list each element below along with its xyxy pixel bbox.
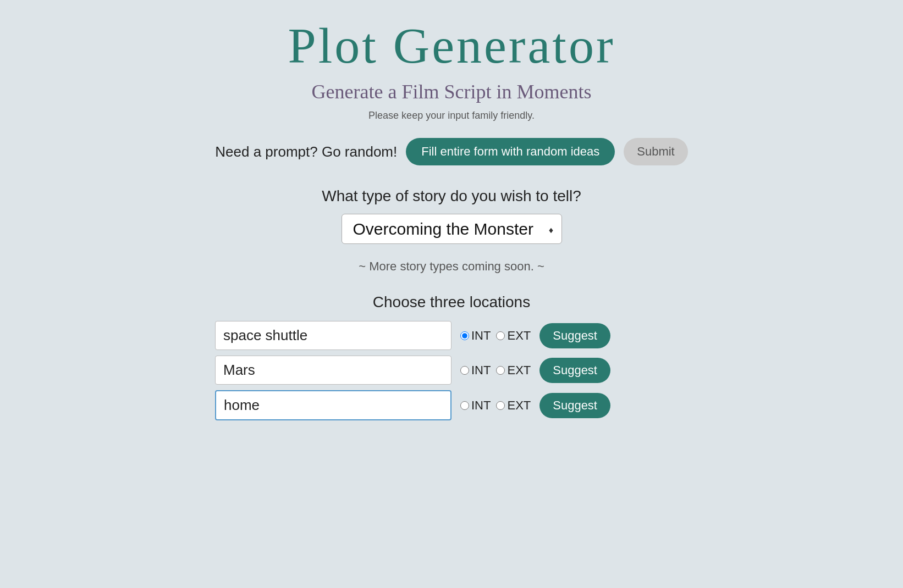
location-row: INT EXT Suggest — [215, 356, 688, 385]
coming-soon-text: ~ More story types coming soon. ~ — [359, 259, 544, 274]
ext-radio-3[interactable] — [496, 401, 505, 410]
ext-text-3: EXT — [507, 398, 531, 413]
page-subtitle: Generate a Film Script in Moments — [312, 80, 592, 103]
family-friendly-note: Please keep your input family friendly. — [368, 110, 535, 121]
int-text-1: INT — [471, 329, 491, 343]
location-row: INT EXT Suggest — [215, 390, 688, 420]
ext-label-2[interactable]: EXT — [496, 363, 531, 378]
story-type-select-wrapper: Overcoming the Monster Rags to Riches Th… — [342, 214, 562, 244]
int-radio-1[interactable] — [460, 331, 469, 340]
ext-radio-2[interactable] — [496, 366, 505, 375]
suggest-button-1[interactable]: Suggest — [539, 323, 610, 348]
int-label-2[interactable]: INT — [460, 363, 491, 378]
int-label-1[interactable]: INT — [460, 329, 491, 343]
random-prompt-label: Need a prompt? Go random! — [215, 143, 397, 160]
story-type-question: What type of story do you wish to tell? — [322, 187, 581, 205]
locations-container: INT EXT Suggest INT EXT Suggest — [215, 321, 688, 420]
story-type-select[interactable]: Overcoming the Monster Rags to Riches Th… — [342, 214, 562, 244]
int-ext-group-3: INT EXT — [460, 398, 531, 413]
suggest-button-3[interactable]: Suggest — [539, 393, 610, 418]
location-input-2[interactable] — [215, 356, 452, 385]
int-radio-3[interactable] — [460, 401, 469, 410]
int-radio-2[interactable] — [460, 366, 469, 375]
location-input-3[interactable] — [215, 390, 452, 420]
int-label-3[interactable]: INT — [460, 398, 491, 413]
location-row: INT EXT Suggest — [215, 321, 688, 350]
submit-button[interactable]: Submit — [624, 138, 687, 165]
ext-radio-1[interactable] — [496, 331, 505, 340]
ext-text-1: EXT — [507, 329, 531, 343]
ext-label-3[interactable]: EXT — [496, 398, 531, 413]
location-input-1[interactable] — [215, 321, 452, 350]
int-ext-group-2: INT EXT — [460, 363, 531, 378]
fill-random-button[interactable]: Fill entire form with random ideas — [406, 138, 615, 165]
int-ext-group-1: INT EXT — [460, 329, 531, 343]
ext-label-1[interactable]: EXT — [496, 329, 531, 343]
ext-text-2: EXT — [507, 363, 531, 378]
page-title: Plot Generator — [288, 16, 615, 75]
choose-locations-label: Choose three locations — [373, 293, 530, 311]
suggest-button-2[interactable]: Suggest — [539, 358, 610, 383]
int-text-2: INT — [471, 363, 491, 378]
int-text-3: INT — [471, 398, 491, 413]
random-row: Need a prompt? Go random! Fill entire fo… — [215, 138, 687, 165]
